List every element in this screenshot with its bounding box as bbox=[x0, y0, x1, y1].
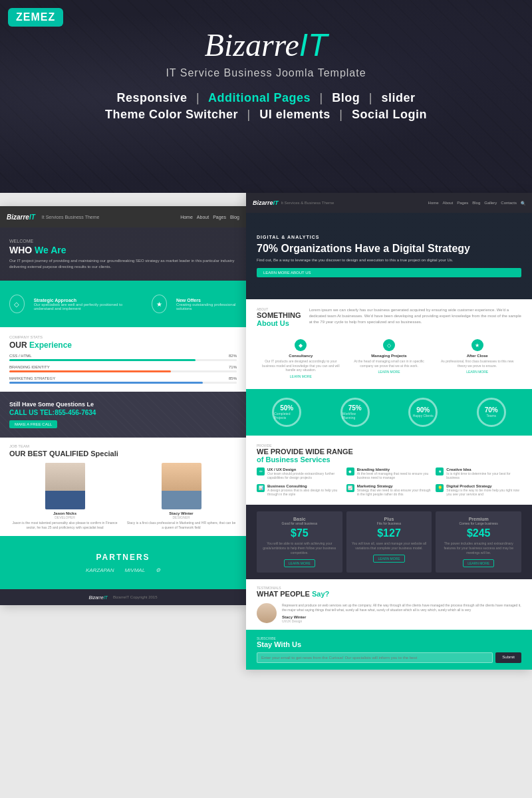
search-icon[interactable]: 🔍 bbox=[521, 201, 525, 205]
biz-text-2: Branding Identity At the level of managi… bbox=[357, 467, 432, 480]
right-hero-btn[interactable]: LEARN MORE ABOUT US bbox=[257, 268, 521, 277]
service-desc-1: Our IT products are designed accordingly… bbox=[259, 359, 342, 372]
biz-text-5: Marketing Strategy Strategy that we need… bbox=[357, 484, 432, 497]
left-experience: COMPANY STATS OUR Experience CSS / HTML … bbox=[0, 327, 246, 392]
left-cta: Still Have Some Questions Le CALL US TEL… bbox=[0, 392, 246, 438]
left-nav-pages[interactable]: Pages bbox=[213, 215, 226, 219]
stat-pct-2: 75% bbox=[348, 404, 362, 412]
right-nav-logo: BizarreIT bbox=[253, 200, 279, 206]
plan-btn-basic[interactable]: LEARN MORE bbox=[284, 559, 315, 567]
right-nav-links: Home About Pages Blog Gallery Contacts 🔍 bbox=[428, 201, 525, 205]
cta-btn[interactable]: MAKE A FREE CALL bbox=[9, 420, 57, 428]
right-nav-about[interactable]: About bbox=[443, 201, 454, 205]
zemez-logo[interactable]: ZEMEZ bbox=[8, 8, 63, 27]
price-card-basic: Basic Good for small business $75 You wi… bbox=[257, 511, 342, 573]
right-nav-pages[interactable]: Pages bbox=[457, 201, 468, 205]
right-subscribe: SUBSCRIBE Stay With Us Submit bbox=[246, 630, 532, 670]
partner-logo-1: KARZAPAN bbox=[86, 567, 114, 573]
hero-section: ZEMEZ BizarreIT IT Service Business Joom… bbox=[0, 0, 532, 193]
biz-desc-2: At the level of managing that need to en… bbox=[357, 471, 432, 480]
plan-desc-premium: The power includes amazing and extraordi… bbox=[441, 541, 516, 555]
service-icon-2: ◇ bbox=[383, 339, 395, 351]
stat-circle-4: 70% Teams bbox=[477, 398, 506, 427]
skill-label-1: CSS / HTML 82% bbox=[9, 354, 237, 358]
plan-btn-premium[interactable]: LEARN MORE bbox=[463, 559, 494, 567]
biz-item-4: 📊 Business Consulting A design process t… bbox=[257, 484, 342, 497]
banner-item-2: New Offers Creating outstanding professi… bbox=[176, 298, 237, 311]
banner-desc-1: Our specialists are well and perfectly p… bbox=[34, 303, 143, 311]
stat-circle-3: 90% Happy Clients bbox=[408, 398, 438, 427]
banner-item-1: Strategic Approach Our specialists are w… bbox=[34, 298, 143, 311]
plan-btn-plus[interactable]: LEARN MORE bbox=[373, 555, 404, 563]
biz-icon-1: ✏ bbox=[257, 467, 265, 475]
left-nav-home[interactable]: Home bbox=[180, 215, 193, 219]
service-icon-1: ◆ bbox=[295, 339, 307, 351]
banner-label-1: Strategic Approach bbox=[34, 298, 143, 303]
testimonial-avatar bbox=[257, 603, 277, 623]
service-title-2: Managing Projects bbox=[348, 354, 431, 358]
preview-area: BizarreIT It Services Business Theme Hom… bbox=[0, 193, 532, 798]
hero-subtitle: IT Service Business Joomla Template bbox=[166, 67, 366, 79]
right-testimonial: TESTIMONIALS WHAT PEOPLE Say? Represent … bbox=[246, 579, 532, 630]
right-nav-blog[interactable]: Blog bbox=[472, 201, 480, 205]
right-hero-desc: Find out, Be a way to leverage the you d… bbox=[257, 257, 521, 263]
left-nav-about[interactable]: About bbox=[197, 215, 209, 219]
avatar-female-img bbox=[162, 463, 201, 509]
company-stats-label: COMPANY STATS bbox=[9, 335, 237, 339]
left-green-banner: ◇ Strategic Approach Our specialists are… bbox=[0, 281, 246, 327]
team-title: OUR BEST QUALIFIED Speciali bbox=[9, 450, 237, 458]
subscribe-form: Submit bbox=[257, 652, 521, 663]
cta-phone: CALL US TEL:855-456-7634 bbox=[9, 409, 237, 416]
feature-slider: slider bbox=[382, 91, 416, 104]
left-hero: WELCOME WHO We Are Our IT project journe… bbox=[0, 227, 246, 281]
right-nav-sub: It Services & Business Theme bbox=[281, 201, 334, 205]
service-desc-2: At the head of managing small can in in … bbox=[348, 359, 431, 368]
cta-title: Still Have Some Questions Le bbox=[9, 401, 237, 408]
biz-item-1: ✏ UX / UX Design Our team should provide… bbox=[257, 467, 342, 480]
experience-title: OUR Experience bbox=[9, 340, 237, 350]
left-partners: PARTNERS KARZAPAN MIVMAL ⚙ bbox=[0, 536, 246, 589]
skill-val-2: 71% bbox=[229, 365, 237, 369]
plan-price-premium: $245 bbox=[441, 527, 516, 539]
team-role-2: DESIGNER bbox=[126, 515, 237, 519]
biz-desc-4: A design process that is also design to … bbox=[267, 488, 342, 497]
right-nav-contacts[interactable]: Contacts bbox=[501, 201, 517, 205]
feature-additional-pages: Additional Pages bbox=[208, 91, 311, 104]
sep3: | bbox=[369, 91, 372, 104]
skill-name-3: MARKETING STRATEGY bbox=[9, 376, 55, 380]
subscribe-input[interactable] bbox=[257, 652, 493, 663]
subscribe-btn[interactable]: Submit bbox=[495, 652, 521, 663]
skill-name-2: BRANDING IDENTITY bbox=[9, 365, 50, 369]
biz-item-6: 💡 Digital Product Strategy Strategy is t… bbox=[436, 484, 521, 497]
sep1: | bbox=[196, 91, 200, 104]
biz-desc-3: Is is right time to determine for your b… bbox=[446, 471, 521, 480]
team-desc-2: Stacy is a first class professional in M… bbox=[126, 521, 237, 529]
subscribe-title: Stay With Us bbox=[257, 640, 521, 648]
service-card-2: ◇ Managing Projects At the head of manag… bbox=[345, 335, 434, 382]
biz-text-3: Creative Idea Is is right time to determ… bbox=[446, 467, 521, 480]
plan-subtitle-plus: Fits for business bbox=[352, 521, 427, 525]
biz-item-5: 📈 Marketing Strategy Strategy that we ne… bbox=[346, 484, 432, 497]
service-btn-2[interactable]: LEARN MORE bbox=[348, 370, 431, 374]
left-footer: BizarreIT BizarreIT Copyright 2015 bbox=[0, 589, 246, 605]
right-business: PROVIDE WE PROVIDE WIDE RANGEof Business… bbox=[246, 436, 532, 505]
left-nav-blog[interactable]: Blog bbox=[230, 215, 239, 219]
right-stats: 50% Completed Projects 75% Workflow Plan… bbox=[246, 389, 532, 436]
right-nav-gallery[interactable]: Gallery bbox=[484, 201, 497, 205]
avatar-male-img bbox=[45, 463, 85, 509]
team-member-1: Jason Nicks DEVELOPER Jason is the most … bbox=[9, 463, 120, 529]
skill-fill-2 bbox=[9, 370, 171, 372]
biz-grid: ✏ UX / UX Design Our team should provide… bbox=[257, 467, 521, 497]
biz-icon-6: 💡 bbox=[436, 484, 444, 492]
partner-logo-3: ⚙ bbox=[156, 567, 160, 573]
plan-subtitle-premium: Comes for Large business bbox=[441, 521, 516, 525]
right-nav-home[interactable]: Home bbox=[428, 201, 439, 205]
right-hero-tag: DIGITAL & ANALYTICS bbox=[257, 235, 521, 239]
stat-label-3: Happy Clients bbox=[413, 414, 434, 418]
service-btn-1[interactable]: LEARN MORE bbox=[259, 374, 342, 378]
left-nav-links: Home About Pages Blog bbox=[180, 215, 239, 219]
left-nav-sub: It Services Business Theme bbox=[42, 215, 100, 219]
service-btn-3[interactable]: LEARN MORE bbox=[436, 370, 519, 374]
stat-circle-2: 75% Workflow Planning bbox=[340, 398, 370, 427]
stat-label-1: Completed Projects bbox=[274, 412, 299, 420]
